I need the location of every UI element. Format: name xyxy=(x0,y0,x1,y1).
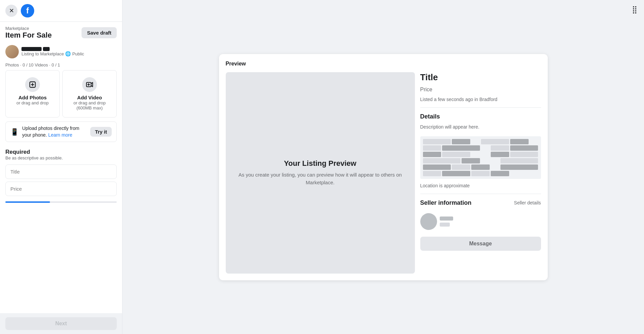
seller-avatar xyxy=(420,213,437,230)
left-panel: ✕ f Marketplace Item For Sale Save draft… xyxy=(0,0,122,334)
preview-main-desc: As you create your listing, you can prev… xyxy=(232,171,408,186)
panel-title: Item For Sale xyxy=(5,31,52,40)
user-name-area: Listing to Marketplace 🌐 Public xyxy=(21,47,84,56)
required-sub: Be as descriptive as possible. xyxy=(5,155,117,160)
phone-icon: 📱 xyxy=(10,128,19,136)
add-photos-box[interactable]: Add Photos or drag and drop xyxy=(5,70,60,117)
seller-name-placeholder-1 xyxy=(440,217,453,221)
required-section: Required Be as descriptive as possible. xyxy=(0,146,122,162)
add-photos-sub: or drag and drop xyxy=(16,100,49,105)
try-it-button[interactable]: Try it xyxy=(90,127,112,137)
preview-item-title: Title xyxy=(420,72,541,83)
seller-name-placeholder-2 xyxy=(440,223,450,227)
required-title: Required xyxy=(5,149,117,155)
message-button[interactable]: Message xyxy=(420,237,541,251)
media-upload-row: Add Photos or drag and drop Add Video or… xyxy=(0,70,122,117)
add-photos-icon xyxy=(25,77,40,92)
preview-details-panel: Title Price Listed a few seconds ago in … xyxy=(420,72,541,274)
name-block-dark xyxy=(21,47,42,51)
seller-info-label: Seller information xyxy=(420,199,472,206)
bottom-next-area: Next xyxy=(0,313,122,334)
panel-header: Marketplace Item For Sale Save draft xyxy=(0,22,122,42)
progress-bar-track xyxy=(5,201,117,203)
title-input[interactable] xyxy=(5,164,117,179)
close-button[interactable]: ✕ xyxy=(5,5,17,17)
add-video-icon xyxy=(82,77,97,92)
grid-icon[interactable]: ⣿ xyxy=(632,5,637,14)
phone-upload-strip: 📱 Upload photos directly from your phone… xyxy=(5,122,117,142)
price-input[interactable] xyxy=(5,182,117,196)
seller-info-row: Seller information Seller details xyxy=(420,199,541,206)
form-fields xyxy=(0,162,122,199)
preview-price: Price xyxy=(420,87,541,93)
learn-more-link[interactable]: Learn more xyxy=(48,132,72,138)
main-area: ⣿ Preview Your Listing Preview As you cr… xyxy=(122,0,644,334)
facebook-logo: f xyxy=(21,4,34,17)
location-approx: Location is approximate xyxy=(420,183,541,188)
photos-label: Photos · 0 / 10 Videos · 0 / 1 xyxy=(0,61,122,70)
pixelated-desc xyxy=(420,136,541,179)
seller-details-link: Seller details xyxy=(514,200,541,205)
preview-details-label: Details xyxy=(420,113,541,120)
preview-main-title: Your Listing Preview xyxy=(284,159,357,168)
preview-section-label: Preview xyxy=(226,61,541,67)
seller-avatar-row xyxy=(420,213,541,230)
user-name-placeholder xyxy=(21,47,84,51)
add-video-sub2: (600MB max) xyxy=(76,105,103,110)
divider-1 xyxy=(420,107,541,108)
preview-card: Preview Your Listing Preview As you crea… xyxy=(219,54,548,280)
phone-upload-text: Upload photos directly from your phone. … xyxy=(22,125,87,138)
panel-title-section: Marketplace Item For Sale xyxy=(5,26,52,40)
preview-image-area: Your Listing Preview As you create your … xyxy=(226,72,415,274)
avatar xyxy=(5,45,19,58)
progress-bar-container xyxy=(0,199,122,205)
preview-listed: Listed a few seconds ago in Bradford xyxy=(420,97,541,102)
progress-bar-fill xyxy=(5,201,50,203)
globe-icon: 🌐 xyxy=(65,51,71,56)
marketplace-label: Marketplace xyxy=(5,26,52,31)
next-button[interactable]: Next xyxy=(5,317,117,330)
add-video-title: Add Video xyxy=(77,95,102,100)
top-bar: ✕ f xyxy=(0,0,122,22)
add-video-box[interactable]: Add Video or drag and drop (600MB max) xyxy=(62,70,117,117)
user-info: Listing to Marketplace 🌐 Public xyxy=(0,42,122,61)
listing-sub: Listing to Marketplace 🌐 Public xyxy=(21,51,84,56)
save-draft-button[interactable]: Save draft xyxy=(82,27,117,38)
preview-desc-placeholder: Description will appear here. xyxy=(420,124,541,130)
add-photos-title: Add Photos xyxy=(18,95,47,100)
name-block-small xyxy=(43,47,50,51)
preview-body: Your Listing Preview As you create your … xyxy=(226,72,541,274)
add-video-sub: or drag and drop xyxy=(73,100,106,105)
divider-2 xyxy=(420,194,541,194)
